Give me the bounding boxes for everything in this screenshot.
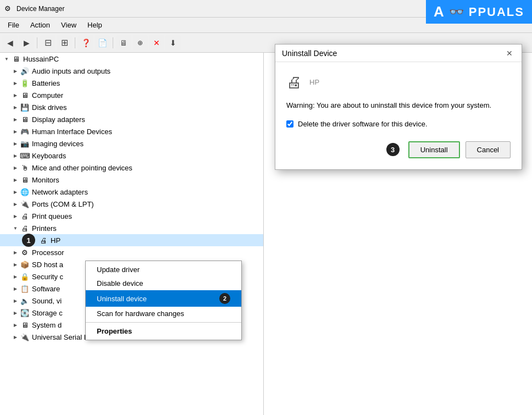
toolbar-forward[interactable]: ▶	[19, 35, 34, 51]
tree-item-printers[interactable]: Printers	[0, 222, 263, 234]
sound-expand-icon	[11, 296, 20, 305]
system-label-blurred	[62, 321, 74, 329]
tree-item-hid[interactable]: Human Interface Devices	[0, 125, 263, 137]
hp-badge: 1	[22, 234, 35, 247]
disk-label: Disk drives	[32, 103, 67, 112]
tree-item-ports[interactable]: Ports (COM & LPT)	[0, 198, 263, 210]
dialog-device-name: HP	[309, 78, 398, 86]
tree-item-keyboards[interactable]: Keyboards	[0, 150, 263, 162]
root-icon: 🖥	[11, 54, 21, 64]
toolbar-monitor[interactable]: 🖥	[116, 35, 131, 51]
toolbar-expand[interactable]: ⊞	[57, 35, 72, 51]
audio-icon	[20, 66, 30, 76]
software-icon	[20, 284, 30, 294]
tree-panel[interactable]: 🖥 HussainPC Audio inputs and outputs Bat…	[0, 53, 264, 415]
tree-root[interactable]: 🖥 HussainPC	[0, 53, 263, 65]
dialog-warning-text: Warning: You are about to uninstall this…	[286, 100, 511, 111]
delete-driver-checkbox[interactable]	[286, 120, 293, 128]
context-properties[interactable]: Properties	[86, 324, 241, 338]
dialog-uninstall-badge: 3	[386, 143, 400, 156]
tree-item-display[interactable]: Display adapters	[0, 113, 263, 125]
uninstall-button[interactable]: Uninstall	[408, 141, 460, 158]
software-label: Software	[32, 285, 60, 293]
context-disable-device[interactable]: Disable device	[86, 276, 241, 290]
toolbar-sep-1	[37, 37, 37, 48]
tree-item-batteries[interactable]: Batteries	[0, 77, 263, 89]
tree-item-disk[interactable]: Disk drives	[0, 101, 263, 113]
tree-item-mice[interactable]: Mice and other pointing devices	[0, 162, 263, 174]
tree-item-processor[interactable]: Processor	[0, 246, 263, 258]
app-icon: ⚙	[4, 4, 13, 13]
tree-item-computer[interactable]: Computer	[0, 89, 263, 101]
hp-label: HP	[51, 236, 60, 245]
title-bar-text: Device Manager	[16, 5, 64, 13]
storage-label: Storage c	[32, 309, 63, 317]
mice-icon	[20, 163, 30, 173]
system-expand-icon	[11, 320, 20, 329]
imaging-label: Imaging devices	[32, 140, 84, 148]
keyboards-icon	[20, 151, 30, 161]
context-update-driver[interactable]: Update driver	[86, 263, 241, 276]
menu-help[interactable]: Help	[82, 19, 108, 31]
batteries-icon	[20, 78, 30, 88]
tree-item-hp[interactable]: 1 HP	[0, 234, 263, 246]
printqueues-expand-icon	[11, 212, 20, 220]
dialog-checkbox-row: Delete the driver software for this devi…	[286, 120, 511, 128]
context-menu[interactable]: Update driver Disable device Uninstall d…	[85, 261, 242, 340]
security-label-blurred	[63, 273, 75, 281]
hid-icon	[20, 126, 30, 136]
uninstall-badge: 2	[219, 293, 230, 304]
menu-view[interactable]: View	[56, 19, 82, 31]
network-expand-icon	[11, 187, 20, 196]
display-icon	[20, 114, 30, 124]
imaging-icon	[20, 139, 30, 148]
dialog-device-name-blurred	[321, 78, 398, 86]
network-icon	[20, 187, 30, 197]
printqueues-icon	[20, 211, 30, 221]
dialog-close-button[interactable]: ✕	[504, 48, 515, 59]
menu-file[interactable]: File	[2, 19, 25, 31]
tree-item-imaging[interactable]: Imaging devices	[0, 137, 263, 150]
disk-icon	[20, 102, 30, 112]
tree-item-network[interactable]: Network adapters	[0, 186, 263, 198]
uninstall-dialog: Uninstall Device ✕ 🖨 HP Warning: You are…	[275, 44, 522, 170]
monitors-icon	[20, 175, 30, 185]
hid-expand-icon	[11, 127, 20, 136]
imaging-expand-icon	[11, 139, 20, 148]
storage-label-blurred	[63, 309, 75, 317]
audio-expand-icon	[11, 67, 20, 75]
toolbar-help[interactable]: ❓	[78, 35, 93, 51]
appuals-logo-container: A 👓 PPUALS	[426, 0, 532, 24]
toolbar-collapse[interactable]: ⊟	[40, 35, 56, 51]
context-scan-hardware[interactable]: Scan for hardware changes	[86, 307, 241, 320]
sd-label: SD host a	[32, 261, 63, 269]
mice-expand-icon	[11, 163, 20, 172]
tree-item-audio[interactable]: Audio inputs and outputs	[0, 65, 263, 77]
toolbar-update[interactable]: ⬇	[165, 35, 181, 51]
toolbar-doc[interactable]: 📄	[95, 35, 110, 51]
keyboards-label: Keyboards	[32, 152, 66, 160]
context-uninstall-device[interactable]: Uninstall device 2	[86, 290, 241, 307]
cancel-button[interactable]: Cancel	[465, 141, 511, 158]
sound-label-blurred	[62, 297, 74, 305]
tree-item-printqueues[interactable]: Print queues	[0, 210, 263, 222]
audio-label: Audio inputs and outputs	[32, 67, 110, 75]
menu-action[interactable]: Action	[25, 19, 56, 31]
sd-icon	[20, 259, 30, 269]
security-expand-icon	[11, 272, 20, 281]
hid-label: Human Interface Devices	[32, 128, 112, 136]
toolbar-add[interactable]: ⊕	[132, 35, 148, 51]
computer-icon	[20, 90, 30, 100]
monitors-label: Monitors	[32, 176, 59, 184]
batteries-label: Batteries	[32, 79, 60, 87]
printers-icon	[20, 223, 30, 233]
computer-expand-icon	[11, 91, 20, 99]
toolbar-back[interactable]: ◀	[2, 35, 18, 51]
disk-expand-icon	[11, 103, 20, 112]
sd-expand-icon	[11, 260, 20, 269]
toolbar-remove[interactable]: ✕	[149, 35, 164, 51]
tree-item-monitors[interactable]: Monitors	[0, 174, 263, 186]
batteries-expand-icon	[11, 79, 20, 87]
toolbar-sep-3	[113, 37, 113, 48]
delete-driver-label: Delete the driver software for this devi…	[298, 120, 428, 128]
